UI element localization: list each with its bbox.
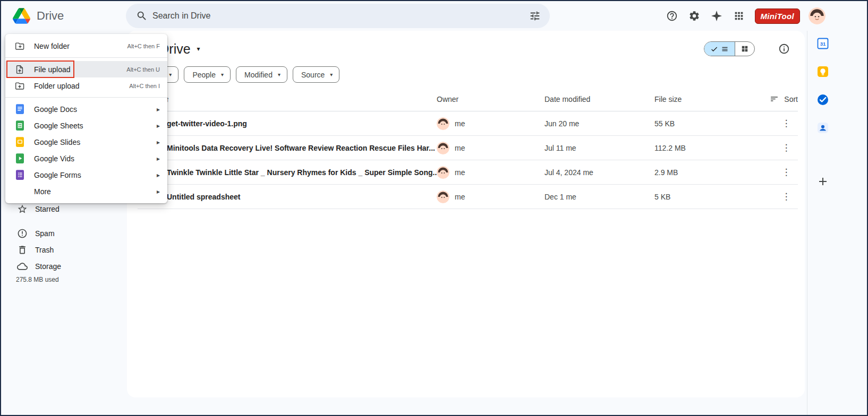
filter-chip-source[interactable]: Source ▾ bbox=[293, 66, 339, 83]
submenu-arrow-icon: ▸ bbox=[157, 106, 160, 112]
menu-item-google-forms[interactable]: Google Forms ▸ bbox=[5, 167, 167, 183]
topbar-actions: MiniTool bbox=[661, 1, 826, 31]
file-owner: me bbox=[437, 190, 544, 203]
search-input[interactable] bbox=[152, 11, 524, 21]
chip-label: Modified bbox=[244, 71, 273, 79]
tasks-app-button[interactable] bbox=[816, 93, 829, 106]
list-view-button[interactable] bbox=[704, 42, 735, 56]
sidebar-item-spam[interactable]: Spam bbox=[17, 227, 55, 240]
file-owner: me bbox=[437, 142, 544, 154]
menu-item-google-sheets[interactable]: Google Sheets ▸ bbox=[5, 117, 167, 134]
grid-view-button[interactable] bbox=[735, 42, 754, 56]
trash-icon bbox=[17, 245, 28, 255]
google-docs-icon bbox=[14, 104, 25, 114]
apps-button[interactable] bbox=[728, 5, 750, 27]
menu-item-folder-upload[interactable]: Folder upload Alt+C then I bbox=[5, 77, 167, 94]
menu-item-label: More bbox=[34, 187, 148, 196]
new-folder-icon bbox=[14, 41, 25, 51]
sidebar-item-storage[interactable]: Storage bbox=[17, 260, 61, 273]
menu-item-new-folder[interactable]: New folder Alt+C then F bbox=[5, 38, 167, 54]
file-row[interactable]: Minitools Data Recovery Live! Software R… bbox=[138, 136, 798, 160]
drive-brand[interactable]: Drive bbox=[13, 1, 64, 31]
caret-down-icon: ▾ bbox=[197, 46, 200, 52]
owner-name: me bbox=[455, 193, 465, 201]
menu-item-google-vids[interactable]: Google Vids ▸ bbox=[5, 150, 167, 167]
google-sheets-icon bbox=[14, 120, 25, 131]
contacts-app-button[interactable] bbox=[816, 122, 829, 134]
sort-control[interactable]: Sort bbox=[770, 94, 798, 103]
menu-item-file-upload[interactable]: File upload Alt+C then U bbox=[5, 61, 167, 77]
filter-chip-modified[interactable]: Modified ▾ bbox=[236, 66, 287, 83]
search-button[interactable] bbox=[131, 5, 152, 27]
sidebar-item-trash[interactable]: Trash bbox=[17, 244, 54, 256]
search-options-button[interactable] bbox=[524, 5, 546, 27]
menu-item-label: Folder upload bbox=[34, 82, 120, 90]
plus-icon bbox=[816, 175, 829, 188]
more-options-button[interactable]: ⋮ bbox=[779, 189, 794, 204]
details-button[interactable] bbox=[776, 41, 792, 57]
submenu-arrow-icon: ▸ bbox=[157, 139, 160, 145]
table-header: Name ↑ Owner Date modified File size Sor… bbox=[138, 87, 798, 111]
minitool-badge[interactable]: MiniTool bbox=[755, 8, 801, 24]
column-header-owner[interactable]: Owner bbox=[437, 95, 544, 103]
row-actions: ⋮ bbox=[771, 116, 798, 131]
sort-label: Sort bbox=[784, 95, 798, 103]
apps-grid-icon bbox=[733, 10, 745, 22]
sidebar-item-label: Starred bbox=[35, 205, 59, 213]
menu-item-more[interactable]: More ▸ bbox=[5, 183, 167, 200]
menu-shortcut: Alt+C then U bbox=[126, 66, 160, 73]
sidebar-item-label: Spam bbox=[35, 229, 55, 238]
file-name: get-twitter-video-1.png bbox=[138, 119, 437, 128]
more-vertical-icon: ⋮ bbox=[782, 167, 791, 178]
file-modified: Jul 11 me bbox=[544, 144, 654, 152]
menu-item-label: Google Docs bbox=[34, 105, 148, 114]
drive-logo-icon bbox=[13, 8, 30, 24]
spam-icon bbox=[17, 228, 28, 239]
file-row[interactable]: Twinkle Twinkle Little Star _ Nursery Rh… bbox=[138, 160, 798, 185]
sort-lines-icon bbox=[770, 94, 779, 103]
column-header-size[interactable]: File size bbox=[654, 95, 771, 103]
keep-app-button[interactable] bbox=[816, 65, 829, 78]
menu-item-label: Google Vids bbox=[34, 154, 148, 163]
menu-divider bbox=[5, 57, 167, 58]
layout-toggle bbox=[704, 41, 755, 56]
column-header-name[interactable]: Name ↑ bbox=[138, 95, 437, 103]
account-avatar[interactable] bbox=[809, 7, 826, 24]
file-modified: Jul 4, 2024 me bbox=[544, 168, 654, 177]
caret-down-icon: ▾ bbox=[330, 72, 333, 77]
column-header-modified[interactable]: Date modified bbox=[544, 95, 654, 103]
file-row[interactable]: get-twitter-video-1.png me Jun 20 me 55 … bbox=[138, 111, 798, 136]
search-bar[interactable] bbox=[126, 4, 550, 28]
main-panel: My Drive ▾ bbox=[127, 31, 805, 397]
info-icon bbox=[778, 43, 790, 55]
more-options-button[interactable]: ⋮ bbox=[779, 141, 794, 155]
keep-icon bbox=[816, 65, 829, 78]
submenu-arrow-icon: ▸ bbox=[157, 188, 160, 195]
more-vertical-icon: ⋮ bbox=[782, 191, 791, 202]
avatar-icon bbox=[437, 117, 449, 130]
more-options-button[interactable]: ⋮ bbox=[779, 116, 794, 131]
google-slides-icon bbox=[14, 137, 25, 147]
help-button[interactable] bbox=[661, 5, 683, 27]
menu-item-label: New folder bbox=[34, 42, 118, 50]
sidebar-item-label: Trash bbox=[35, 246, 54, 254]
filter-chip-people[interactable]: People ▾ bbox=[184, 66, 231, 83]
file-row[interactable]: Untitled spreadsheet me Dec 1 me 5 KB ⋮ bbox=[138, 185, 798, 209]
app-title: Drive bbox=[37, 9, 64, 23]
more-options-button[interactable]: ⋮ bbox=[779, 165, 794, 180]
cloud-icon bbox=[17, 261, 28, 272]
sidebar-item-label: Storage bbox=[35, 262, 61, 271]
owner-name: me bbox=[455, 144, 465, 152]
owner-avatar bbox=[437, 166, 449, 179]
calendar-app-button[interactable]: 31 bbox=[816, 37, 829, 50]
menu-item-google-slides[interactable]: Google Slides ▸ bbox=[5, 134, 167, 150]
google-forms-icon bbox=[14, 170, 25, 180]
menu-item-google-docs[interactable]: Google Docs ▸ bbox=[5, 101, 167, 117]
settings-button[interactable] bbox=[684, 5, 705, 27]
submenu-arrow-icon: ▸ bbox=[157, 172, 160, 178]
gemini-button[interactable] bbox=[706, 5, 727, 27]
sidebar-item-starred[interactable]: Starred bbox=[17, 203, 59, 215]
menu-item-label: Google Slides bbox=[34, 138, 148, 146]
topbar: Drive bbox=[1, 1, 867, 31]
add-apps-button[interactable] bbox=[816, 175, 829, 188]
